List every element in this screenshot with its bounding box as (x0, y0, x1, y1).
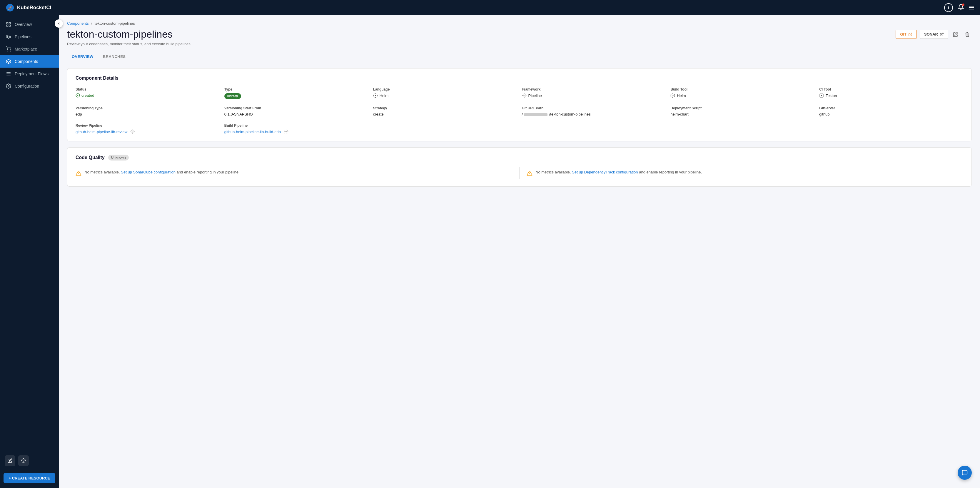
sidebar-item-label: Marketplace (15, 47, 37, 51)
detail-language-label: Language (373, 87, 517, 91)
tab-branches[interactable]: BRANCHES (98, 51, 130, 62)
detail-ci-tool-value: Tekton (819, 93, 963, 98)
sidebar-item-label: Configuration (15, 84, 39, 89)
detail-deployment-script-label: Deployment Script (670, 106, 815, 110)
svg-text:🚀: 🚀 (8, 6, 12, 10)
info-icon[interactable]: i (944, 3, 953, 12)
sidebar-nav: Overview Pipelines Marketplace (0, 15, 59, 451)
svg-point-23 (523, 95, 525, 96)
sonar-btn-label: SONAR (924, 32, 938, 37)
quality-section: No metrics available. Set up SonarQube c… (76, 167, 963, 179)
code-quality-card: Code Quality Unknown No metrics availabl… (67, 147, 972, 187)
detail-ci-tool-label: CI Tool (819, 87, 963, 91)
page-subtitle: Review your codebases, monitor their sta… (67, 42, 191, 46)
detail-framework-value: Pipeline (522, 93, 666, 98)
detail-status-label: Status (76, 87, 220, 91)
sonar-button[interactable]: SONAR (920, 30, 948, 39)
svg-line-19 (942, 33, 943, 34)
notification-dot (962, 3, 964, 6)
detail-build-pipeline: Build Pipeline github-helm-pipeline-lib-… (224, 124, 368, 134)
detail-build-tool-label: Build Tool (670, 87, 815, 91)
app-title: KubeRocketCI (17, 5, 51, 11)
tabs: OVERVIEW BRANCHES (67, 51, 972, 62)
detail-status: Status created (76, 87, 220, 99)
chat-fab-button[interactable] (958, 466, 972, 480)
detail-review-pipeline-value: github-helm-pipeline-lib-review (76, 129, 220, 134)
sidebar-item-label: Deployment Flows (15, 72, 49, 76)
svg-point-24 (672, 95, 673, 96)
sidebar-item-label: Pipelines (15, 34, 32, 39)
svg-rect-8 (10, 36, 11, 38)
quality-left-text: No metrics available. Set up SonarQube c… (84, 170, 240, 174)
edit-bottom-icon[interactable] (5, 455, 15, 466)
page-title: tekton-custom-pipelines (67, 29, 191, 40)
code-quality-header: Code Quality Unknown (76, 155, 963, 161)
sidebar-item-deployment-flows[interactable]: Deployment Flows (0, 68, 59, 80)
detail-deployment-script: Deployment Script helm-chart (670, 106, 815, 116)
quality-right-text: No metrics available. Set up DependencyT… (535, 170, 702, 174)
delete-button[interactable] (963, 30, 972, 39)
sidebar-item-overview[interactable]: Overview (0, 18, 59, 30)
svg-rect-6 (6, 36, 8, 38)
app-logo: 🚀 KubeRocketCI (6, 3, 51, 12)
sidebar-item-pipelines[interactable]: Pipelines (0, 30, 59, 43)
settings-bottom-icon[interactable] (18, 455, 29, 466)
review-pipeline-link[interactable]: github-helm-pipeline-lib-review (76, 130, 127, 134)
build-pipeline-link[interactable]: github-helm-pipeline-lib-build-edp (224, 130, 281, 134)
svg-point-28 (285, 131, 287, 132)
detail-git-url: Git URL Path / /tekton-custom-pipelines (522, 106, 666, 116)
git-btn-label: GIT (900, 32, 907, 37)
component-details-card: Component Details Status created Type (67, 68, 972, 141)
detail-deployment-script-value: helm-chart (670, 112, 815, 116)
detail-git-server-value: github (819, 112, 963, 116)
main-content: Components / tekton-custom-pipelines tek… (59, 15, 980, 488)
detail-review-pipeline-label: Review Pipeline (76, 124, 220, 127)
topbar-actions: i (944, 3, 974, 12)
sidebar-collapse-button[interactable] (55, 19, 63, 28)
sonarqube-config-link[interactable]: Set up SonarQube configuration (121, 170, 175, 174)
topbar-menu-icon[interactable] (969, 6, 974, 10)
quality-col-right: No metrics available. Set up DependencyT… (527, 167, 963, 179)
notification-icon[interactable] (958, 4, 964, 11)
detail-versioning-start-value: 0.1.0-SNAPSHOT (224, 112, 368, 116)
svg-point-9 (8, 51, 8, 51)
detail-review-pipeline: Review Pipeline github-helm-pipeline-lib… (76, 124, 220, 134)
svg-line-18 (910, 33, 912, 34)
tab-overview[interactable]: OVERVIEW (67, 51, 98, 62)
git-button[interactable]: GIT (896, 30, 917, 39)
quality-col-left: No metrics available. Set up SonarQube c… (76, 167, 512, 179)
breadcrumb-parent-link[interactable]: Components (67, 21, 89, 25)
sidebar-bottom (0, 451, 59, 470)
sidebar-item-marketplace[interactable]: Marketplace (0, 43, 59, 55)
edit-button[interactable] (951, 30, 960, 39)
sidebar: Overview Pipelines Marketplace (0, 15, 59, 488)
svg-rect-2 (6, 22, 8, 24)
detail-ci-tool: CI Tool Tekton (819, 87, 963, 99)
sidebar-item-configuration[interactable]: Configuration (0, 80, 59, 92)
quality-warning-left: No metrics available. Set up SonarQube c… (76, 167, 512, 179)
detail-status-value: created (76, 93, 220, 98)
page-title-area: tekton-custom-pipelines Review your code… (67, 29, 191, 46)
detail-type: Type library (224, 87, 368, 99)
detail-versioning-type-value: edp (76, 112, 220, 116)
detail-type-label: Type (224, 87, 368, 91)
detail-build-tool: Build Tool Helm (670, 87, 815, 99)
detail-versioning-start: Versioning Start From 0.1.0-SNAPSHOT (224, 106, 368, 116)
quality-warning-right: No metrics available. Set up DependencyT… (527, 167, 963, 179)
pipeline-details-grid: Review Pipeline github-helm-pipeline-lib… (76, 124, 963, 134)
sidebar-item-label: Overview (15, 22, 32, 27)
svg-point-16 (8, 86, 10, 87)
sidebar-item-components[interactable]: Components (0, 55, 59, 68)
breadcrumb-separator: / (91, 21, 92, 25)
dependency-track-link[interactable]: Set up DependencyTrack configuration (572, 170, 638, 174)
svg-point-27 (132, 131, 133, 132)
warning-icon-left (76, 170, 81, 176)
svg-rect-7 (8, 35, 9, 38)
detail-versioning-start-label: Versioning Start From (224, 106, 368, 110)
breadcrumb: Components / tekton-custom-pipelines (67, 21, 972, 25)
detail-git-server: GitServer github (819, 106, 963, 116)
detail-git-url-value: / /tekton-custom-pipelines (522, 112, 666, 116)
quality-separator (519, 167, 520, 179)
create-resource-button[interactable]: + CREATE RESOURCE (3, 473, 55, 483)
detail-strategy-value: create (373, 112, 517, 116)
